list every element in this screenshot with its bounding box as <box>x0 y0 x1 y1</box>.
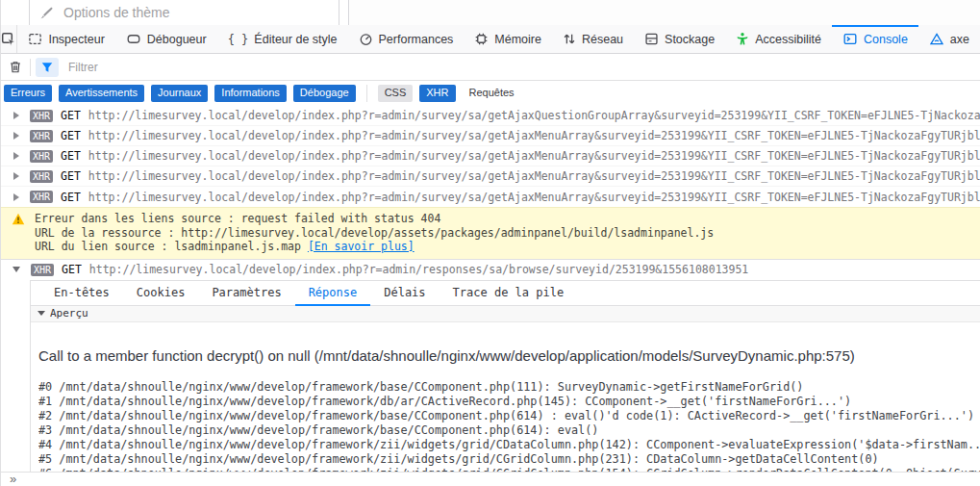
request-url[interactable]: http://limesurvey.local/develop/index.ph… <box>88 149 980 163</box>
stack-frame: #0 /mnt/data/shnoulle/nginx/www/develop/… <box>38 380 980 395</box>
filter-warnings-button[interactable]: Avertissements <box>59 85 144 102</box>
network-details-panel: En-têtes Cookies Paramètres Réponse Déla… <box>30 280 980 479</box>
response-preview-header[interactable]: Aperçu <box>31 306 980 322</box>
stack-frame: #1 /mnt/data/shnoulle/nginx/www/develop/… <box>38 395 980 409</box>
source-map-warning: Erreur dans les liens source : request f… <box>1 207 980 260</box>
xhr-badge: XHR <box>30 170 53 183</box>
axe-icon <box>929 32 944 46</box>
tab-reponse[interactable]: Réponse <box>295 281 371 305</box>
tab-stockage[interactable]: Stockage <box>634 25 725 53</box>
response-preview-content: Call to a member function decrypt() on n… <box>31 322 980 479</box>
warning-text: Erreur dans les liens source : request f… <box>35 212 714 254</box>
xhr-badge: XHR <box>30 191 53 203</box>
stack-frame: #2 /mnt/data/shnoulle/nginx/www/develop/… <box>38 409 980 423</box>
tab-debogueur[interactable]: Débogueur <box>115 25 217 53</box>
filter-requests-button[interactable]: Requêtes <box>463 85 521 102</box>
expand-arrow-icon[interactable] <box>13 172 19 180</box>
console-toolbar <box>1 54 980 81</box>
stack-frame: #3 /mnt/data/shnoulle/nginx/www/develop/… <box>38 423 980 438</box>
warning-icon <box>12 213 25 254</box>
xhr-request-row[interactable]: XHR GET http://limesurvey.local/develop/… <box>1 126 980 146</box>
accessibility-icon <box>736 32 749 46</box>
pick-element-icon <box>1 32 16 47</box>
network-detail-tabs: En-têtes Cookies Paramètres Réponse Déla… <box>31 281 980 306</box>
filter-debug-button[interactable]: Débogage <box>293 85 356 102</box>
tab-axe[interactable]: axe <box>918 25 980 53</box>
filter-info-button[interactable]: Informations <box>214 85 287 102</box>
request-url[interactable]: http://limesurvey.local/develop/index.ph… <box>88 191 980 204</box>
tab-en-tetes[interactable]: En-têtes <box>40 281 123 305</box>
inspector-icon <box>28 32 42 46</box>
tab-accessibilite[interactable]: Accessibilité <box>725 25 832 53</box>
paintbrush-icon <box>39 6 54 20</box>
filter-xhr-button[interactable]: XHR <box>419 85 455 102</box>
theme-bar-rest <box>349 0 980 25</box>
network-icon <box>563 32 576 46</box>
devtools-window: Options de thème Inspecteur Débogueur { … <box>0 0 980 486</box>
style-editor-icon: { } <box>228 33 249 46</box>
tab-console[interactable]: Console <box>832 25 918 53</box>
stack-frame: #5 /mnt/data/shnoulle/nginx/www/develop/… <box>38 452 980 467</box>
request-method: GET <box>62 263 82 276</box>
pick-element-button[interactable] <box>1 25 17 53</box>
expand-chevrons-icon[interactable]: » <box>10 474 17 484</box>
stack-frame: #4 /mnt/data/shnoulle/nginx/www/develop/… <box>38 438 980 452</box>
tab-editeur-de-style[interactable]: { } Éditeur de style <box>217 25 348 53</box>
collapse-arrow-icon[interactable] <box>13 267 20 272</box>
theme-options-placeholder: Options de thème <box>63 5 170 20</box>
bottom-bar: » <box>1 472 980 486</box>
warning-line-2: URL de la ressource : http://limesurvey.… <box>35 226 714 241</box>
warning-line-3: URL du lien source : lsadminpanel.js.map… <box>35 240 714 254</box>
filter-toggle-button[interactable] <box>36 58 59 77</box>
tab-delais[interactable]: Délais <box>370 281 439 305</box>
request-method: GET <box>61 149 81 163</box>
warning-line-1: Erreur dans les liens source : request f… <box>35 212 714 226</box>
filter-errors-button[interactable]: Erreurs <box>4 85 52 102</box>
tab-parametres[interactable]: Paramètres <box>198 281 294 305</box>
tab-reseau[interactable]: Réseau <box>552 25 634 53</box>
xhr-request-row[interactable]: XHR GET http://limesurvey.local/develop/… <box>1 106 980 126</box>
theme-bar-divider <box>339 0 349 25</box>
request-url[interactable]: http://limesurvey.local/develop/index.ph… <box>88 169 980 183</box>
tab-cookies[interactable]: Cookies <box>123 281 199 305</box>
request-url[interactable]: http://limesurvey.local/develop/index.ph… <box>88 109 980 122</box>
xhr-badge: XHR <box>30 130 53 142</box>
devtools-tabbar: Inspecteur Débogueur { } Éditeur de styl… <box>1 25 980 54</box>
funnel-icon <box>40 61 54 74</box>
filter-css-button[interactable]: CSS <box>378 85 414 102</box>
section-collapse-icon <box>38 311 45 316</box>
section-label: Aperçu <box>50 307 88 320</box>
filter-buttons-row: Erreurs Avertissements Journaux Informat… <box>1 81 980 106</box>
tab-memoire[interactable]: Mémoire <box>464 25 552 53</box>
request-method: GET <box>61 169 81 183</box>
tab-performances[interactable]: Performances <box>348 25 465 53</box>
tab-inspecteur[interactable]: Inspecteur <box>17 25 114 53</box>
xhr-request-row[interactable]: XHR GET http://limesurvey.local/develop/… <box>1 187 980 207</box>
clear-console-button[interactable] <box>1 56 30 79</box>
expanded-xhr-request-row[interactable]: XHR GET http://limesurvey.local/develop/… <box>1 260 980 280</box>
xhr-request-row[interactable]: XHR GET http://limesurvey.local/develop/… <box>1 146 980 166</box>
trash-icon <box>9 60 22 74</box>
memory-icon <box>474 32 489 46</box>
xhr-badge: XHR <box>30 110 53 122</box>
theme-bar-spacer <box>1 0 30 25</box>
xhr-badge: XHR <box>30 150 53 163</box>
filter-input[interactable] <box>68 61 357 74</box>
xhr-request-row[interactable]: XHR GET http://limesurvey.local/develop/… <box>1 166 980 187</box>
stack-trace: #0 /mnt/data/shnoulle/nginx/www/develop/… <box>38 380 980 479</box>
expand-arrow-icon[interactable] <box>13 193 19 201</box>
expand-arrow-icon[interactable] <box>13 132 19 140</box>
expand-arrow-icon[interactable] <box>13 112 19 119</box>
filter-logs-button[interactable]: Journaux <box>151 85 208 102</box>
request-url[interactable]: http://limesurvey.local/develop/index.ph… <box>88 129 980 142</box>
theme-options-field[interactable]: Options de thème <box>30 0 339 25</box>
filter-separator <box>366 85 367 102</box>
performance-icon <box>359 32 373 46</box>
theme-options-bar: Options de thème <box>1 0 980 25</box>
storage-icon <box>644 32 659 46</box>
expand-arrow-icon[interactable] <box>13 152 19 160</box>
tab-trace-de-la-pile[interactable]: Trace de la pile <box>440 281 578 305</box>
toolbar-separator <box>30 59 31 76</box>
request-url[interactable]: http://limesurvey.local/develop/index.ph… <box>89 263 748 276</box>
learn-more-link[interactable]: [En savoir plus] <box>308 240 415 253</box>
